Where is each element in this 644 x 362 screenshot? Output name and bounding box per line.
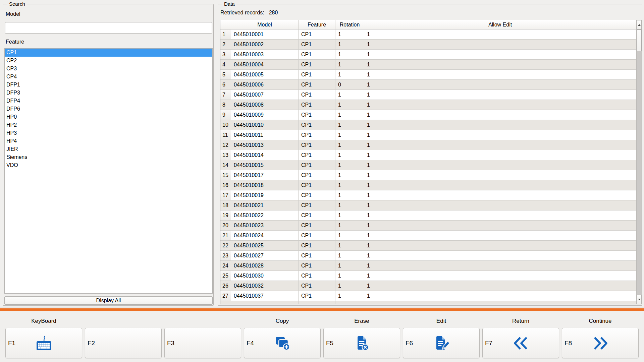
table-row[interactable]: 20445010002CP111 <box>220 40 636 50</box>
feature-list-item[interactable]: DFP6 <box>5 105 212 113</box>
table-row[interactable]: 210445010024CP111 <box>220 231 636 241</box>
table-row[interactable]: 220445010025CP111 <box>220 241 636 251</box>
table-cell[interactable]: CP1 <box>299 271 335 281</box>
table-row[interactable]: 30445010003CP111 <box>220 50 636 60</box>
table-cell[interactable]: 0445010013 <box>231 140 299 150</box>
table-cell[interactable]: 0445010009 <box>231 110 299 120</box>
table-cell[interactable]: 1 <box>364 140 636 150</box>
table-cell[interactable]: 1 <box>335 241 364 251</box>
table-cell[interactable]: CP1 <box>299 251 335 261</box>
table-cell[interactable]: 1 <box>364 281 636 291</box>
table-cell[interactable]: 1 <box>335 291 364 301</box>
row-number-cell[interactable]: 26 <box>220 281 231 291</box>
column-header-model[interactable]: Model <box>231 20 299 29</box>
feature-list-item[interactable]: CP4 <box>5 73 212 81</box>
table-cell[interactable]: 1 <box>364 60 636 70</box>
table-cell[interactable]: 0445010001 <box>231 29 299 40</box>
row-number-cell[interactable]: 20 <box>220 221 231 231</box>
table-cell[interactable]: 0445010015 <box>231 160 299 170</box>
table-row[interactable]: 100445010010CP111 <box>220 120 636 130</box>
feature-list-item[interactable]: DFP1 <box>5 81 212 89</box>
feature-list-item[interactable]: HP4 <box>5 137 212 145</box>
table-cell[interactable]: CP1 <box>299 110 335 120</box>
table-cell[interactable]: 0445010027 <box>231 251 299 261</box>
row-number-cell[interactable]: 5 <box>220 70 231 80</box>
table-cell[interactable]: 0445010030 <box>231 271 299 281</box>
table-cell[interactable]: 0445010017 <box>231 170 299 180</box>
table-cell[interactable]: 0445010004 <box>231 60 299 70</box>
table-cell[interactable]: 1 <box>335 261 364 271</box>
table-cell[interactable]: 1 <box>364 271 636 281</box>
table-cell[interactable]: 1 <box>335 281 364 291</box>
table-cell[interactable]: CP1 <box>299 100 335 110</box>
fkey-button-f1[interactable]: F1 <box>5 328 82 358</box>
row-number-cell[interactable]: 4 <box>220 60 231 70</box>
table-cell[interactable]: 1 <box>364 251 636 261</box>
table-row[interactable]: 280445010038CP111 <box>220 301 636 304</box>
table-cell[interactable]: 0445010038 <box>231 301 299 304</box>
table-cell[interactable]: 1 <box>364 150 636 160</box>
table-cell[interactable]: CP1 <box>299 140 335 150</box>
scroll-down-icon[interactable] <box>637 295 642 304</box>
table-cell[interactable]: CP1 <box>299 150 335 160</box>
table-row[interactable]: 240445010028CP111 <box>220 261 636 271</box>
table-row[interactable]: 260445010032CP111 <box>220 281 636 291</box>
table-cell[interactable]: 0445010023 <box>231 221 299 231</box>
table-cell[interactable]: 1 <box>335 221 364 231</box>
row-number-cell[interactable]: 16 <box>220 180 231 190</box>
row-number-cell[interactable]: 14 <box>220 160 231 170</box>
model-input[interactable] <box>5 22 212 34</box>
table-cell[interactable]: 0445010037 <box>231 291 299 301</box>
table-cell[interactable]: 1 <box>335 160 364 170</box>
row-number-cell[interactable]: 19 <box>220 210 231 221</box>
table-row[interactable]: 120445010013CP111 <box>220 140 636 150</box>
table-cell[interactable]: 1 <box>335 130 364 140</box>
fkey-button-f3[interactable]: F3 <box>164 328 241 358</box>
scrollbar-thumb[interactable] <box>637 29 642 51</box>
row-number-cell[interactable]: 6 <box>220 80 231 90</box>
row-number-cell[interactable]: 11 <box>220 130 231 140</box>
table-cell[interactable]: 1 <box>335 301 364 304</box>
table-cell[interactable]: CP1 <box>299 291 335 301</box>
row-number-cell[interactable]: 25 <box>220 271 231 281</box>
table-cell[interactable]: CP1 <box>299 180 335 190</box>
table-cell[interactable]: 1 <box>364 90 636 100</box>
fkey-button-f2[interactable]: F2 <box>85 328 162 358</box>
table-cell[interactable]: CP1 <box>299 160 335 170</box>
table-cell[interactable]: CP1 <box>299 60 335 70</box>
table-cell[interactable]: 0445010014 <box>231 150 299 160</box>
table-cell[interactable]: 1 <box>364 231 636 241</box>
feature-listbox[interactable]: CP1CP2CP3CP4DFP1DFP3DFP4DFP6HP0HP2HP3HP4… <box>4 48 213 294</box>
table-cell[interactable]: CP1 <box>299 130 335 140</box>
table-row[interactable]: 140445010015CP111 <box>220 160 636 170</box>
table-cell[interactable]: 1 <box>364 80 636 90</box>
feature-list-item[interactable]: CP1 <box>5 49 212 57</box>
table-row[interactable]: 10445010001CP111 <box>220 29 636 40</box>
table-cell[interactable]: 1 <box>335 110 364 120</box>
column-header-rotation[interactable]: Rotation <box>335 20 364 29</box>
fkey-button-f7[interactable]: F7 <box>482 328 559 358</box>
table-cell[interactable]: CP1 <box>299 40 335 50</box>
table-cell[interactable]: 0445010021 <box>231 200 299 210</box>
table-cell[interactable]: 1 <box>335 90 364 100</box>
table-cell[interactable]: 0 <box>335 80 364 90</box>
table-row[interactable]: 230445010027CP111 <box>220 251 636 261</box>
table-row[interactable]: 250445010030CP111 <box>220 271 636 281</box>
table-cell[interactable]: 1 <box>335 60 364 70</box>
column-header-allow-edit[interactable]: Allow Edit <box>364 20 636 29</box>
table-cell[interactable]: 0445010032 <box>231 281 299 291</box>
vertical-scrollbar[interactable] <box>636 20 642 304</box>
table-cell[interactable]: 1 <box>335 40 364 50</box>
column-header-feature[interactable]: Feature <box>299 20 335 29</box>
table-cell[interactable]: 1 <box>364 261 636 271</box>
row-number-cell[interactable]: 1 <box>220 29 231 40</box>
table-cell[interactable]: 1 <box>335 50 364 60</box>
row-number-cell[interactable]: 23 <box>220 251 231 261</box>
table-cell[interactable]: 0445010019 <box>231 190 299 200</box>
table-cell[interactable]: 1 <box>364 160 636 170</box>
table-row[interactable]: 270445010037CP111 <box>220 291 636 301</box>
table-row[interactable]: 40445010004CP111 <box>220 60 636 70</box>
table-row[interactable]: 80445010008CP111 <box>220 100 636 110</box>
table-cell[interactable]: 1 <box>364 180 636 190</box>
table-cell[interactable]: CP1 <box>299 90 335 100</box>
